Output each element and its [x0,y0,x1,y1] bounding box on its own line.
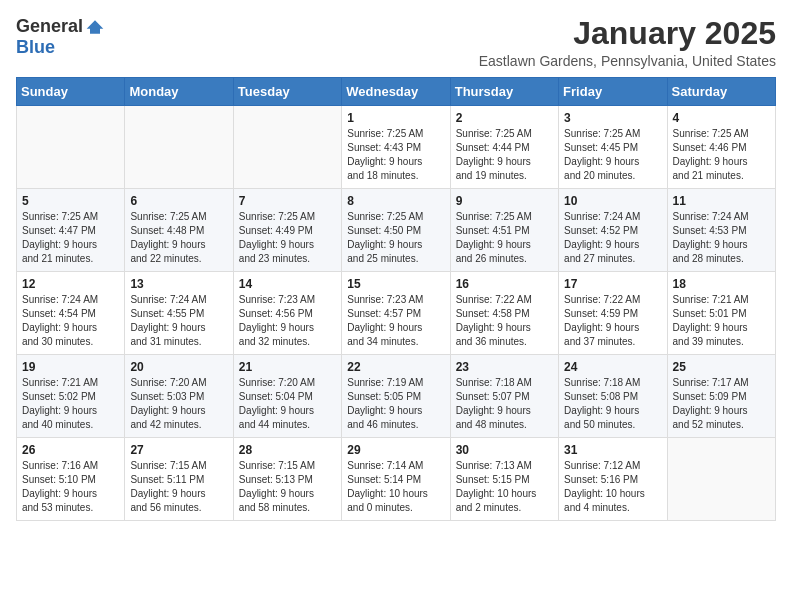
day-number: 19 [22,360,119,374]
day-number: 9 [456,194,553,208]
day-number: 29 [347,443,444,457]
day-number: 28 [239,443,336,457]
day-cell: 11Sunrise: 7:24 AM Sunset: 4:53 PM Dayli… [667,189,775,272]
day-info: Sunrise: 7:25 AM Sunset: 4:44 PM Dayligh… [456,127,553,183]
day-cell: 8Sunrise: 7:25 AM Sunset: 4:50 PM Daylig… [342,189,450,272]
day-cell: 14Sunrise: 7:23 AM Sunset: 4:56 PM Dayli… [233,272,341,355]
day-number: 30 [456,443,553,457]
day-cell: 4Sunrise: 7:25 AM Sunset: 4:46 PM Daylig… [667,106,775,189]
day-cell: 23Sunrise: 7:18 AM Sunset: 5:07 PM Dayli… [450,355,558,438]
day-number: 20 [130,360,227,374]
week-row-4: 19Sunrise: 7:21 AM Sunset: 5:02 PM Dayli… [17,355,776,438]
day-info: Sunrise: 7:24 AM Sunset: 4:55 PM Dayligh… [130,293,227,349]
day-number: 25 [673,360,770,374]
week-row-3: 12Sunrise: 7:24 AM Sunset: 4:54 PM Dayli… [17,272,776,355]
month-title: January 2025 [479,16,776,51]
day-cell: 28Sunrise: 7:15 AM Sunset: 5:13 PM Dayli… [233,438,341,521]
day-info: Sunrise: 7:25 AM Sunset: 4:43 PM Dayligh… [347,127,444,183]
logo-icon [85,17,105,37]
weekday-header-row: SundayMondayTuesdayWednesdayThursdayFrid… [17,78,776,106]
day-number: 7 [239,194,336,208]
logo: General Blue [16,16,105,58]
day-cell: 20Sunrise: 7:20 AM Sunset: 5:03 PM Dayli… [125,355,233,438]
day-info: Sunrise: 7:25 AM Sunset: 4:51 PM Dayligh… [456,210,553,266]
day-info: Sunrise: 7:14 AM Sunset: 5:14 PM Dayligh… [347,459,444,515]
day-cell: 9Sunrise: 7:25 AM Sunset: 4:51 PM Daylig… [450,189,558,272]
day-cell: 27Sunrise: 7:15 AM Sunset: 5:11 PM Dayli… [125,438,233,521]
day-number: 10 [564,194,661,208]
day-cell: 13Sunrise: 7:24 AM Sunset: 4:55 PM Dayli… [125,272,233,355]
day-cell: 3Sunrise: 7:25 AM Sunset: 4:45 PM Daylig… [559,106,667,189]
day-number: 3 [564,111,661,125]
weekday-header-sunday: Sunday [17,78,125,106]
day-info: Sunrise: 7:23 AM Sunset: 4:57 PM Dayligh… [347,293,444,349]
day-info: Sunrise: 7:18 AM Sunset: 5:07 PM Dayligh… [456,376,553,432]
day-number: 13 [130,277,227,291]
day-info: Sunrise: 7:25 AM Sunset: 4:45 PM Dayligh… [564,127,661,183]
day-number: 8 [347,194,444,208]
day-info: Sunrise: 7:17 AM Sunset: 5:09 PM Dayligh… [673,376,770,432]
day-cell [125,106,233,189]
day-number: 27 [130,443,227,457]
svg-marker-0 [87,20,104,33]
day-cell: 26Sunrise: 7:16 AM Sunset: 5:10 PM Dayli… [17,438,125,521]
day-cell: 30Sunrise: 7:13 AM Sunset: 5:15 PM Dayli… [450,438,558,521]
day-info: Sunrise: 7:12 AM Sunset: 5:16 PM Dayligh… [564,459,661,515]
day-number: 11 [673,194,770,208]
day-number: 26 [22,443,119,457]
weekday-header-friday: Friday [559,78,667,106]
weekday-header-saturday: Saturday [667,78,775,106]
day-number: 16 [456,277,553,291]
day-number: 2 [456,111,553,125]
day-info: Sunrise: 7:24 AM Sunset: 4:52 PM Dayligh… [564,210,661,266]
day-cell: 31Sunrise: 7:12 AM Sunset: 5:16 PM Dayli… [559,438,667,521]
location: Eastlawn Gardens, Pennsylvania, United S… [479,53,776,69]
day-number: 14 [239,277,336,291]
day-cell: 29Sunrise: 7:14 AM Sunset: 5:14 PM Dayli… [342,438,450,521]
day-number: 21 [239,360,336,374]
day-cell: 15Sunrise: 7:23 AM Sunset: 4:57 PM Dayli… [342,272,450,355]
day-cell: 12Sunrise: 7:24 AM Sunset: 4:54 PM Dayli… [17,272,125,355]
day-info: Sunrise: 7:13 AM Sunset: 5:15 PM Dayligh… [456,459,553,515]
title-block: January 2025 Eastlawn Gardens, Pennsylva… [479,16,776,69]
day-info: Sunrise: 7:21 AM Sunset: 5:01 PM Dayligh… [673,293,770,349]
day-info: Sunrise: 7:23 AM Sunset: 4:56 PM Dayligh… [239,293,336,349]
day-number: 15 [347,277,444,291]
week-row-2: 5Sunrise: 7:25 AM Sunset: 4:47 PM Daylig… [17,189,776,272]
day-info: Sunrise: 7:25 AM Sunset: 4:47 PM Dayligh… [22,210,119,266]
day-number: 17 [564,277,661,291]
day-cell: 2Sunrise: 7:25 AM Sunset: 4:44 PM Daylig… [450,106,558,189]
calendar: SundayMondayTuesdayWednesdayThursdayFrid… [16,77,776,521]
day-number: 22 [347,360,444,374]
day-info: Sunrise: 7:22 AM Sunset: 4:59 PM Dayligh… [564,293,661,349]
day-info: Sunrise: 7:25 AM Sunset: 4:48 PM Dayligh… [130,210,227,266]
day-number: 12 [22,277,119,291]
day-info: Sunrise: 7:20 AM Sunset: 5:04 PM Dayligh… [239,376,336,432]
week-row-5: 26Sunrise: 7:16 AM Sunset: 5:10 PM Dayli… [17,438,776,521]
day-info: Sunrise: 7:25 AM Sunset: 4:49 PM Dayligh… [239,210,336,266]
day-number: 6 [130,194,227,208]
day-number: 18 [673,277,770,291]
day-info: Sunrise: 7:22 AM Sunset: 4:58 PM Dayligh… [456,293,553,349]
day-info: Sunrise: 7:25 AM Sunset: 4:50 PM Dayligh… [347,210,444,266]
day-number: 1 [347,111,444,125]
day-cell: 24Sunrise: 7:18 AM Sunset: 5:08 PM Dayli… [559,355,667,438]
logo-general: General [16,16,83,37]
day-info: Sunrise: 7:24 AM Sunset: 4:54 PM Dayligh… [22,293,119,349]
day-cell [667,438,775,521]
day-info: Sunrise: 7:18 AM Sunset: 5:08 PM Dayligh… [564,376,661,432]
day-info: Sunrise: 7:24 AM Sunset: 4:53 PM Dayligh… [673,210,770,266]
logo-blue: Blue [16,37,55,58]
day-info: Sunrise: 7:20 AM Sunset: 5:03 PM Dayligh… [130,376,227,432]
day-number: 24 [564,360,661,374]
day-cell: 21Sunrise: 7:20 AM Sunset: 5:04 PM Dayli… [233,355,341,438]
day-cell: 6Sunrise: 7:25 AM Sunset: 4:48 PM Daylig… [125,189,233,272]
day-cell [17,106,125,189]
weekday-header-tuesday: Tuesday [233,78,341,106]
day-info: Sunrise: 7:16 AM Sunset: 5:10 PM Dayligh… [22,459,119,515]
weekday-header-wednesday: Wednesday [342,78,450,106]
day-cell: 5Sunrise: 7:25 AM Sunset: 4:47 PM Daylig… [17,189,125,272]
week-row-1: 1Sunrise: 7:25 AM Sunset: 4:43 PM Daylig… [17,106,776,189]
weekday-header-thursday: Thursday [450,78,558,106]
day-cell: 16Sunrise: 7:22 AM Sunset: 4:58 PM Dayli… [450,272,558,355]
